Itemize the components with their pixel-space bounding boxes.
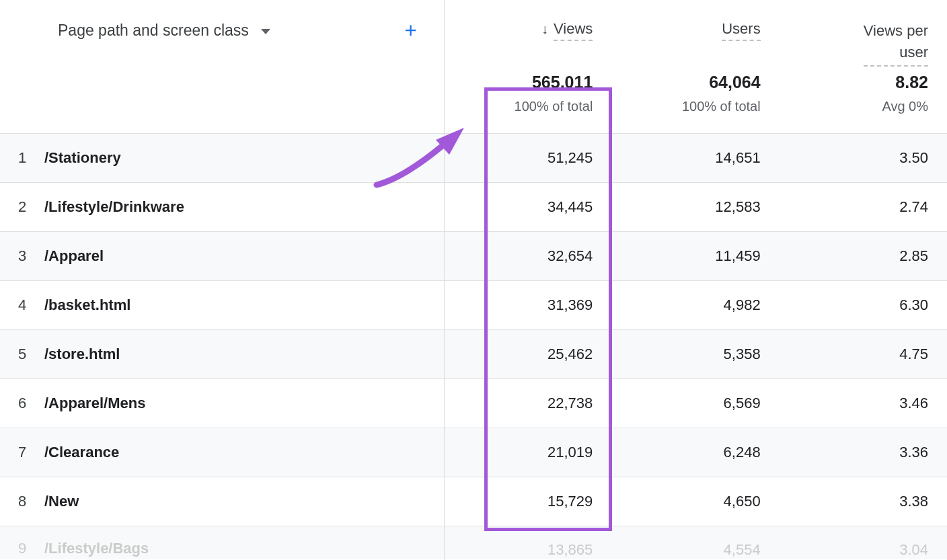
- add-dimension-button[interactable]: +: [404, 19, 417, 41]
- dimension-label: Page path and screen class: [58, 22, 249, 40]
- cell-users: 11,459: [611, 247, 779, 265]
- cell-vpu: 4.75: [780, 346, 947, 363]
- row-dimension: 3/Apparel: [0, 247, 444, 265]
- cell-vpu: 3.50: [780, 149, 947, 167]
- row-metrics: 21,0196,2483.36: [444, 428, 947, 477]
- cell-vpu: 2.85: [780, 247, 947, 265]
- row-index: 6: [0, 395, 44, 412]
- row-page-path: /New: [44, 493, 79, 510]
- cell-vpu: 3.38: [780, 493, 947, 510]
- row-index: 8: [0, 493, 44, 510]
- total-users-sub: 100% of total: [611, 99, 760, 114]
- table-row[interactable]: 6/Apparel/Mens22,7386,5693.46: [0, 378, 947, 428]
- cell-users: 6,569: [611, 395, 779, 412]
- row-index: 5: [0, 346, 44, 363]
- cell-views: 51,245: [444, 149, 611, 167]
- table-row-partial: 9/Lifestyle/Bags13,8654,5543.04: [0, 526, 947, 559]
- total-vpu-value: 8.82: [780, 73, 928, 92]
- cell-views: 22,738: [444, 395, 611, 412]
- cell-vpu: 6.30: [780, 296, 947, 314]
- metric-headers: ↓ Views Users Views peruser: [444, 0, 947, 61]
- cell-views: 32,654: [444, 247, 611, 265]
- cell-vpu: 3.46: [780, 395, 947, 412]
- cell-users: 5,358: [611, 346, 779, 363]
- cell-users: 6,248: [611, 444, 779, 461]
- row-dimension: 5/store.html: [0, 346, 444, 363]
- cell-vpu: 2.74: [780, 198, 947, 216]
- row-metrics: 34,44512,5832.74: [444, 183, 947, 231]
- cell-users: 12,583: [611, 198, 779, 216]
- row-metrics: 32,65411,4592.85: [444, 232, 947, 280]
- total-views-value: 565,011: [444, 73, 593, 92]
- row-index: 9: [0, 540, 44, 557]
- col-label: Views peruser: [864, 20, 928, 67]
- totals-spacer: [0, 61, 444, 133]
- cell-vpu: 3.36: [780, 444, 947, 461]
- row-page-path: /Lifestyle/Drinkware: [44, 198, 184, 216]
- table-row[interactable]: 7/Clearance21,0196,2483.36: [0, 428, 947, 477]
- analytics-table: Page path and screen class + ↓ Views Use…: [0, 0, 947, 560]
- row-metrics: 31,3694,9826.30: [444, 281, 947, 329]
- table-body: 1/Stationery51,24514,6513.502/Lifestyle/…: [0, 133, 947, 559]
- dimension-header: Page path and screen class +: [0, 0, 444, 61]
- row-index: 1: [0, 149, 44, 167]
- table-row[interactable]: 3/Apparel32,65411,4592.85: [0, 231, 947, 280]
- col-header-views-per-user[interactable]: Views peruser: [780, 0, 947, 61]
- row-page-path: /Lifestyle/Bags: [44, 540, 149, 557]
- cell-vpu: 3.04: [780, 541, 947, 559]
- cell-views: 25,462: [444, 346, 611, 363]
- row-page-path: /store.html: [44, 346, 120, 363]
- freeze-divider: [444, 0, 445, 560]
- table-row[interactable]: 4/basket.html31,3694,9826.30: [0, 280, 947, 329]
- col-header-users[interactable]: Users: [611, 0, 779, 61]
- col-header-views[interactable]: ↓ Views: [444, 0, 611, 61]
- row-dimension: 2/Lifestyle/Drinkware: [0, 198, 444, 216]
- chevron-down-icon: [261, 29, 270, 34]
- total-users-value: 64,064: [611, 73, 760, 92]
- sort-desc-icon: ↓: [541, 22, 548, 37]
- row-metrics: 25,4625,3584.75: [444, 330, 947, 378]
- row-page-path: /Clearance: [44, 444, 119, 461]
- row-dimension: 6/Apparel/Mens: [0, 395, 444, 412]
- row-dimension: 8/New: [0, 493, 444, 510]
- row-index: 2: [0, 198, 44, 216]
- totals-values: 565,011 100% of total 64,064 100% of tot…: [444, 61, 947, 133]
- table-row[interactable]: 5/store.html25,4625,3584.75: [0, 329, 947, 378]
- total-vpu: 8.82 Avg 0%: [780, 61, 947, 133]
- table-header: Page path and screen class + ↓ Views Use…: [0, 0, 947, 61]
- row-index: 3: [0, 247, 44, 265]
- row-page-path: /Apparel: [44, 247, 104, 265]
- row-index: 4: [0, 296, 44, 314]
- col-label: Views: [554, 20, 593, 41]
- row-dimension: 9/Lifestyle/Bags: [0, 540, 444, 557]
- row-dimension: 4/basket.html: [0, 296, 444, 314]
- row-page-path: /Apparel/Mens: [44, 395, 145, 412]
- cell-views: 31,369: [444, 296, 611, 314]
- total-views: 565,011 100% of total: [444, 61, 611, 133]
- total-vpu-sub: Avg 0%: [780, 99, 928, 114]
- table-row[interactable]: 1/Stationery51,24514,6513.50: [0, 133, 947, 182]
- row-metrics: 51,24514,6513.50: [444, 134, 947, 182]
- cell-views: 21,019: [444, 444, 611, 461]
- cell-users: 4,982: [611, 296, 779, 314]
- cell-users: 4,650: [611, 493, 779, 510]
- total-users: 64,064 100% of total: [611, 61, 779, 133]
- row-page-path: /basket.html: [44, 296, 130, 314]
- row-metrics: 13,8654,5543.04: [444, 540, 947, 559]
- dimension-dropdown[interactable]: Page path and screen class: [58, 22, 270, 40]
- table-row[interactable]: 2/Lifestyle/Drinkware34,44512,5832.74: [0, 182, 947, 231]
- row-metrics: 15,7294,6503.38: [444, 477, 947, 526]
- cell-views: 13,865: [444, 541, 611, 559]
- row-dimension: 1/Stationery: [0, 149, 444, 167]
- table-row[interactable]: 8/New15,7294,6503.38: [0, 477, 947, 526]
- row-dimension: 7/Clearance: [0, 444, 444, 461]
- cell-users: 14,651: [611, 149, 779, 167]
- row-page-path: /Stationery: [44, 149, 121, 167]
- col-label: Users: [722, 20, 760, 41]
- row-index: 7: [0, 444, 44, 461]
- cell-views: 15,729: [444, 493, 611, 510]
- totals-row: 565,011 100% of total 64,064 100% of tot…: [0, 61, 947, 133]
- cell-users: 4,554: [611, 541, 779, 559]
- row-metrics: 22,7386,5693.46: [444, 379, 947, 428]
- total-views-sub: 100% of total: [444, 99, 593, 114]
